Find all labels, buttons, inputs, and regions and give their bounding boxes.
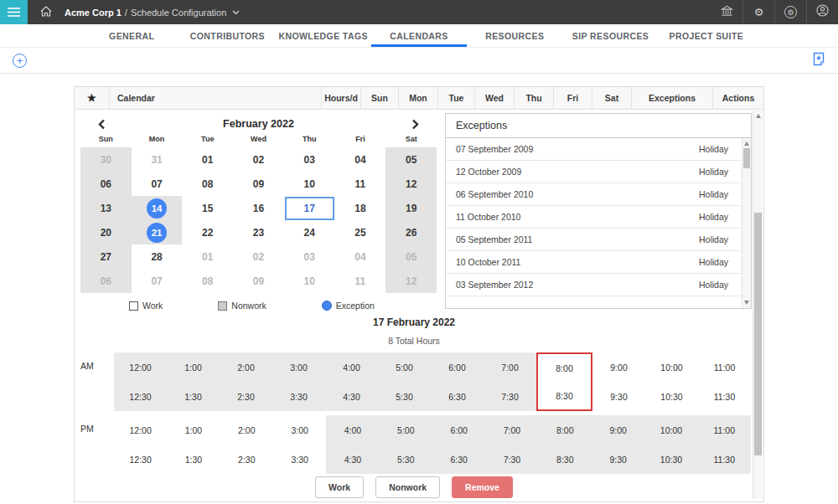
time-slot[interactable]: 8:30 xyxy=(539,445,592,474)
exception-row[interactable]: 12 October 2009Holiday xyxy=(446,161,742,183)
home-button[interactable] xyxy=(28,0,65,24)
time-slot[interactable]: 12:30 xyxy=(114,445,167,474)
tab-resources[interactable]: RESOURCES xyxy=(467,24,562,47)
calendar-day[interactable]: 22 xyxy=(182,220,233,244)
scrollbar-thumb[interactable] xyxy=(754,213,762,455)
calendar-day[interactable]: 26 xyxy=(385,220,437,244)
calendar-day[interactable]: 08 xyxy=(182,172,233,196)
time-slot[interactable]: 12:00 xyxy=(114,415,167,445)
calendar-day[interactable]: 03 xyxy=(284,147,335,172)
time-slot[interactable]: 8:30 xyxy=(538,382,591,409)
time-slot[interactable]: 10:30 xyxy=(645,382,698,411)
exceptions-scrollbar[interactable] xyxy=(742,138,751,308)
calendar-day[interactable]: 27 xyxy=(80,244,132,269)
export-button[interactable] xyxy=(812,52,825,69)
exception-row[interactable]: 03 September 2012Holiday xyxy=(446,274,742,296)
time-slot[interactable]: 2:00 xyxy=(220,352,272,382)
calendar-day[interactable]: 01 xyxy=(182,244,233,269)
time-slot[interactable]: 2:30 xyxy=(220,382,272,411)
time-slot[interactable]: 1:30 xyxy=(167,445,220,474)
organization-button[interactable] xyxy=(711,0,742,24)
time-slot[interactable]: 6:30 xyxy=(432,445,485,474)
calendar-day[interactable]: 10 xyxy=(284,172,335,196)
add-calendar-button[interactable]: + xyxy=(13,54,27,68)
time-slot[interactable]: 3:00 xyxy=(273,415,326,445)
time-slot[interactable]: 8:00 xyxy=(538,354,591,382)
calendar-day[interactable]: 03 xyxy=(284,244,335,269)
calendar-day[interactable]: 01 xyxy=(182,147,233,172)
table-scrollbar[interactable] xyxy=(753,111,763,499)
exception-row[interactable]: 11 October 2010Holiday xyxy=(446,206,742,229)
exception-row[interactable]: 06 September 2010Holiday xyxy=(446,183,742,206)
calendar-day[interactable]: 15 xyxy=(182,196,233,220)
calendar-day[interactable]: 11 xyxy=(335,269,386,293)
time-slot[interactable]: 3:30 xyxy=(272,382,325,411)
calendar-day[interactable]: 02 xyxy=(233,244,284,269)
tab-contributors[interactable]: CONTRIBUTORS xyxy=(179,24,275,47)
time-slot[interactable]: 9:00 xyxy=(592,352,645,382)
time-slot[interactable]: 7:30 xyxy=(484,382,536,411)
tab-knowledge-tags[interactable]: KNOWLEDGE TAGS xyxy=(276,24,371,47)
time-slot[interactable]: 11:00 xyxy=(698,415,751,445)
time-slot[interactable]: 9:30 xyxy=(592,382,645,411)
time-slot[interactable]: 1:00 xyxy=(167,352,220,382)
calendar-day[interactable]: 05 xyxy=(385,147,437,172)
time-slot[interactable]: 5:00 xyxy=(378,352,431,382)
calendar-day[interactable]: 08 xyxy=(182,269,233,293)
calendar-day-exception[interactable]: 21 xyxy=(132,220,183,244)
remove-button[interactable]: Remove xyxy=(452,476,513,498)
calendar-day[interactable]: 04 xyxy=(335,147,386,172)
settings-button[interactable]: ⚙ xyxy=(743,0,774,24)
calendar-day-selected[interactable]: 17 xyxy=(285,197,334,220)
time-slot[interactable]: 9:00 xyxy=(592,415,644,445)
calendar-day[interactable]: 12 xyxy=(385,269,437,293)
calendar-day[interactable]: 09 xyxy=(233,269,284,293)
work-button[interactable]: Work xyxy=(315,476,364,498)
time-slot[interactable]: 2:30 xyxy=(220,445,273,474)
calendar-day[interactable]: 18 xyxy=(335,196,386,220)
account-button[interactable] xyxy=(807,0,838,24)
time-slot[interactable]: 7:00 xyxy=(485,415,538,445)
calendar-day[interactable]: 10 xyxy=(284,269,335,293)
time-slot[interactable]: 6:00 xyxy=(432,415,485,445)
time-slot[interactable]: 2:00 xyxy=(220,415,273,445)
time-slot[interactable]: 7:00 xyxy=(484,352,536,382)
time-slot[interactable]: 3:30 xyxy=(273,445,326,474)
nonwork-button[interactable]: Nonwork xyxy=(375,476,440,498)
calendar-day[interactable]: 19 xyxy=(385,196,437,220)
breadcrumb[interactable]: Acme Corp 1 / Schedule Configuration xyxy=(65,0,240,24)
calendar-day[interactable]: 30 xyxy=(80,147,132,172)
scroll-down-icon[interactable] xyxy=(744,301,749,305)
calendar-day[interactable]: 31 xyxy=(132,147,183,172)
calendar-day[interactable]: 07 xyxy=(132,172,183,196)
time-slot[interactable]: 6:00 xyxy=(431,352,484,382)
calendar-day-exception[interactable]: 14 xyxy=(132,196,183,220)
calendar-day[interactable]: 07 xyxy=(132,269,183,293)
exception-row[interactable]: 07 September 2009Holiday xyxy=(446,138,742,161)
calendar-day[interactable]: 06 xyxy=(80,172,132,196)
time-slot[interactable]: 1:30 xyxy=(167,382,220,411)
calendar-day[interactable]: 12 xyxy=(385,172,437,196)
tab-project-suite[interactable]: PROJECT SUITE xyxy=(659,24,754,47)
time-slot[interactable]: 5:00 xyxy=(380,415,432,445)
time-slot[interactable]: 12:30 xyxy=(114,382,167,411)
time-slot[interactable]: 5:30 xyxy=(378,382,431,411)
time-slot[interactable]: 4:00 xyxy=(326,415,379,445)
tab-general[interactable]: GENERAL xyxy=(84,24,179,47)
calendar-day[interactable]: 06 xyxy=(80,269,132,293)
calendar-day[interactable]: 11 xyxy=(335,172,386,196)
calendar-day[interactable]: 23 xyxy=(233,220,284,244)
time-slot[interactable]: 5:30 xyxy=(380,445,432,474)
calendar-day[interactable]: 16 xyxy=(233,196,284,220)
time-slot[interactable]: 8:00 xyxy=(539,415,592,445)
next-month-button[interactable] xyxy=(411,119,420,130)
time-slot[interactable]: 10:00 xyxy=(644,415,697,445)
time-slot[interactable]: 12:00 xyxy=(114,352,167,382)
calendar-day[interactable]: 02 xyxy=(233,147,284,172)
calendar-day[interactable]: 25 xyxy=(335,220,386,244)
time-slot[interactable]: 1:00 xyxy=(167,415,220,445)
calendar-day[interactable]: 24 xyxy=(284,220,335,244)
calendar-day[interactable]: 09 xyxy=(233,172,284,196)
time-slot[interactable]: 11:30 xyxy=(698,382,751,411)
time-slot[interactable]: 11:00 xyxy=(698,352,751,382)
